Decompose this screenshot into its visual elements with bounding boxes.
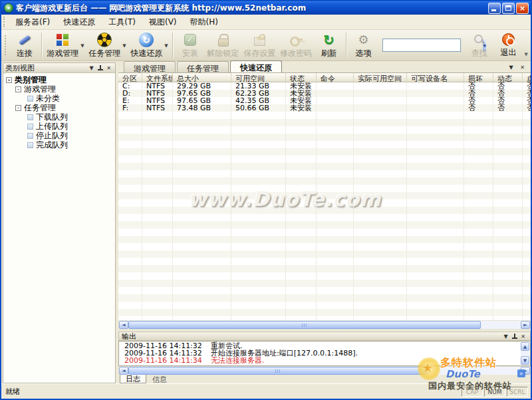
tree-item-category-manage[interactable]: - 类别管理	[5, 75, 114, 84]
column-header-actual-free[interactable]: 实际可用空间	[354, 73, 407, 82]
tab-info[interactable]: 信息	[146, 375, 173, 383]
radiation-icon	[97, 33, 112, 47]
tab-game-manage[interactable]: 游戏管理	[124, 61, 176, 72]
shield-check-icon: ✓	[183, 33, 198, 47]
quick-restore-button[interactable]: ↻ 快速还原 ▼	[128, 31, 170, 60]
column-header-damaged[interactable]: 损坏	[464, 73, 493, 82]
scroll-right-arrow[interactable]: ►	[521, 321, 530, 329]
power-icon	[502, 33, 515, 46]
column-header-totalsize[interactable]: 总大小	[173, 73, 231, 82]
money-box-icon	[252, 33, 267, 47]
column-header-status[interactable]: 状态	[286, 73, 317, 82]
scroll-left-arrow[interactable]: ◄	[119, 321, 128, 329]
scrollbar-thumb[interactable]	[128, 321, 481, 329]
output-log: 2009-11-16 14:11:32重新尝试. 2009-11-16 14:1…	[118, 341, 531, 366]
toolbar-separator	[41, 33, 43, 58]
chevron-down-icon[interactable]: ▼	[501, 332, 510, 340]
column-gridline	[493, 82, 493, 320]
button-label: 连接	[17, 48, 33, 59]
menu-quick-restore[interactable]: 快速还原	[57, 15, 102, 30]
tree-item-uncategorized[interactable]: 未分类	[5, 94, 114, 103]
close-icon[interactable]: ✕	[104, 64, 113, 72]
tab-task-manage[interactable]: 任务管理	[177, 61, 229, 72]
tab-log[interactable]: 日志	[120, 375, 146, 383]
category-view-panel: 类别视图 ▼ ✕ - 类别管理 - 游戏管理 未分类	[3, 62, 116, 383]
button-label: 解除锁定	[207, 48, 239, 59]
collapse-icon[interactable]: -	[15, 105, 21, 111]
column-header-command[interactable]: 命令	[317, 73, 354, 82]
toolbar-overflow-chevron[interactable]: ▼	[525, 52, 528, 57]
num-indicator: NUM	[484, 387, 505, 397]
log-horizontal-scrollbar[interactable]: ◄ ►	[118, 366, 531, 375]
menu-view[interactable]: 视图(V)	[142, 15, 184, 30]
toolbar-separator	[172, 33, 174, 58]
workspace: 类别视图 ▼ ✕ - 类别管理 - 游戏管理 未分类	[1, 61, 531, 383]
chevron-down-icon[interactable]: ▼	[507, 63, 515, 71]
list-icon	[27, 133, 33, 139]
scroll-down-arrow[interactable]: ▼	[521, 356, 529, 365]
output-tabs: 日志 信息	[118, 375, 531, 383]
list-icon	[27, 142, 33, 148]
statusbar: 就绪 CAP NUM SCRL	[1, 383, 531, 399]
close-icon[interactable]: ✕	[519, 332, 527, 340]
unlock-button: 解除锁定	[205, 31, 241, 60]
table-row[interactable]: F:NTFS 73.48 GB50.66 GB 未安装 否否 否	[118, 104, 531, 112]
menubar-grip[interactable]	[3, 17, 7, 27]
toolbar-grip[interactable]	[5, 35, 8, 56]
tree-item-done-queue[interactable]: 完成队列	[5, 140, 114, 150]
table-row[interactable]: D:NTFS 97.65 GB62.23 GB 未安装 否否 否	[118, 90, 531, 97]
refresh-button[interactable]: ↻ 刷新	[315, 31, 344, 60]
pin-icon[interactable]	[510, 332, 519, 340]
chevron-down-icon[interactable]: ▼	[122, 43, 126, 49]
menu-tools[interactable]: 工具(T)	[102, 15, 142, 30]
button-label: 保存设置	[243, 48, 275, 59]
collapse-icon[interactable]: -	[15, 86, 21, 92]
menu-server[interactable]: 服务器(F)	[9, 15, 57, 30]
close-icon[interactable]: ✕	[518, 63, 527, 71]
scroll-right-arrow[interactable]: ►	[521, 367, 530, 375]
chevron-down-icon[interactable]: ▼	[164, 43, 168, 49]
scroll-left-arrow[interactable]: ◄	[119, 367, 128, 375]
scrollbar-thumb[interactable]	[128, 367, 428, 375]
table-horizontal-scrollbar[interactable]: ◄ ►	[118, 320, 531, 330]
log-vertical-scrollbar[interactable]: ▲ ▼	[521, 342, 529, 365]
find-button: 查找	[465, 31, 494, 60]
collapse-icon[interactable]: -	[6, 77, 12, 83]
task-manage-button[interactable]: 任务管理 ▼	[86, 31, 128, 60]
column-header-freespace[interactable]: 可用空间	[231, 73, 286, 82]
pin-icon[interactable]	[96, 64, 104, 72]
column-header-writable-device[interactable]: 可写设备名	[407, 73, 464, 82]
search-combobox[interactable]: ▼	[382, 39, 461, 52]
maximize-button[interactable]	[502, 3, 515, 14]
column-header-dynamic[interactable]: 动态	[493, 73, 523, 82]
button-label: 选项	[356, 48, 372, 59]
minimize-button[interactable]	[488, 3, 501, 14]
scroll-up-arrow[interactable]: ▲	[521, 342, 529, 351]
table-row[interactable]: C:NTFS 29.29 GB21.33 GB 未安装 否否 否	[118, 82, 531, 90]
tab-quick-restore[interactable]: 快速还原	[230, 60, 282, 72]
button-label: 查找	[471, 48, 487, 59]
list-icon	[27, 124, 33, 130]
exit-button[interactable]: 退出	[494, 31, 523, 60]
chevron-down-icon[interactable]: ▼	[80, 43, 84, 49]
close-button[interactable]: ×	[516, 3, 529, 14]
gear-icon: ⚙	[356, 33, 371, 47]
column-header-virtual[interactable]: 虚拟	[523, 73, 531, 82]
output-panel-caption: 输出 ▼ ✕	[118, 332, 531, 341]
save-settings-button: 保存设置	[241, 31, 278, 60]
menu-help[interactable]: 帮助(H)	[184, 15, 225, 30]
options-button[interactable]: ⚙ 选项	[349, 31, 378, 60]
button-label: 任务管理	[88, 48, 120, 59]
restore-orb-icon: ↻	[139, 33, 154, 47]
connect-button[interactable]: 连接	[10, 31, 39, 60]
column-gridline	[172, 82, 173, 320]
column-header-partition[interactable]: 分区	[118, 73, 142, 82]
titlebar[interactable]: 客户端游戏更新后台 —— 网吧游戏管理更新系统 http://www.52net…	[1, 1, 531, 15]
table-row[interactable]: E:NTFS 97.65 GB42.35 GB 未安装 否否 否	[118, 97, 531, 104]
refresh-icon: ↻	[322, 33, 336, 47]
game-manage-button[interactable]: 游戏管理 ▼	[45, 31, 86, 60]
column-header-filesystem[interactable]: 文件系统	[142, 73, 173, 82]
scroll-indicator: SCRL	[507, 387, 528, 397]
chevron-down-icon[interactable]: ▼	[87, 64, 96, 72]
toolbar-separator	[346, 33, 347, 58]
